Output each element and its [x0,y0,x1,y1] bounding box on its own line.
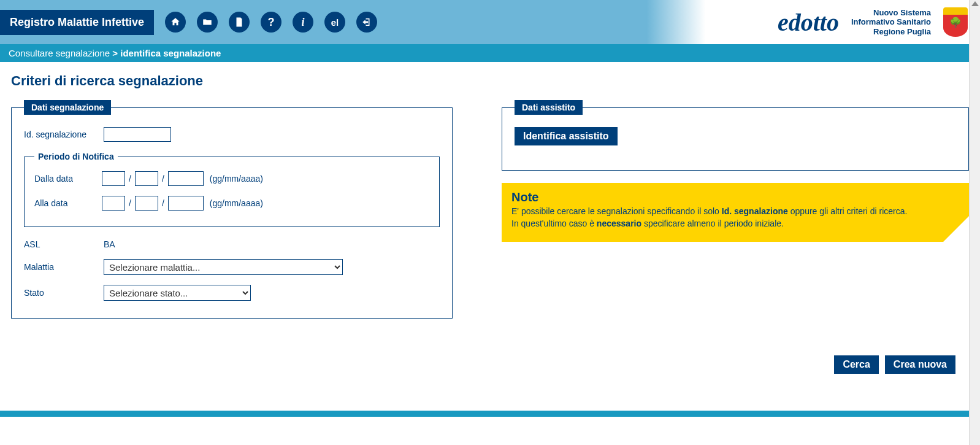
folder-icon[interactable] [197,12,218,33]
breadcrumb-step2: identifica segnalazione [120,48,221,58]
scroll-up-icon[interactable] [971,1,979,6]
fieldset-assistito: Dati assistito Identifica assistito [502,100,969,171]
info-icon[interactable]: i [293,12,313,33]
region-crest-icon [943,7,968,37]
label-dalla-data: Dalla data [34,174,102,184]
sep-slash: / [162,174,164,184]
legend-segnalazione: Dati segnalazione [24,100,111,115]
input-alla-mm[interactable] [135,196,158,211]
el-icon[interactable]: el [324,12,345,33]
label-stato: Stato [24,288,104,298]
note-box: Note E' possibile cercare le segnalazion… [502,183,969,242]
sep-slash: / [129,198,131,208]
note-line1b: Id. segnalazione [722,206,788,216]
logo-zone: edotto Nuovo Sistema Informativo Sanitar… [778,7,980,37]
input-dalla-aaaa[interactable] [168,171,204,186]
breadcrumb-step1: Consultare segnalazione [9,48,110,58]
action-bar: Cerca Crea nuova [0,355,980,392]
note-line2a: In quest'ultimo caso è [511,219,597,228]
note-line2c: specificare almeno il periodo iniziale. [641,219,784,228]
toolbar: ? i el [165,12,377,33]
hint-date-format: (gg/mm/aaaa) [210,198,263,208]
label-malattia: Malattia [24,262,104,272]
label-asl: ASL [24,239,104,249]
identify-assistito-button[interactable]: Identifica assistito [515,127,618,145]
document-icon[interactable] [229,12,250,33]
select-stato[interactable]: Selezionare stato... [104,285,251,301]
edotto-logo: edotto [778,8,839,37]
fieldset-periodo-notifica: Periodo di Notifica Dalla data / / (gg/m… [24,152,440,227]
breadcrumb-sep: > [112,48,118,58]
input-alla-aaaa[interactable] [168,196,204,211]
label-id-segnalazione: Id. segnalazione [24,130,104,139]
select-malattia[interactable]: Selezionare malattia... [104,259,343,275]
value-asl: BA [104,239,115,249]
note-line1c: oppure gli altri criteri di ricerca. [788,206,908,216]
input-alla-gg[interactable] [102,196,125,211]
content: Dati segnalazione Id. segnalazione Perio… [0,100,980,355]
sis-line3: Regione Puglia [851,27,931,37]
note-title: Note [511,190,959,204]
note-body: E' possibile cercare le segnalazioni spe… [511,206,959,230]
home-icon[interactable] [165,12,186,33]
legend-periodo: Periodo di Notifica [34,152,118,161]
note-line1a: E' possibile cercare le segnalazioni spe… [511,206,722,216]
input-dalla-gg[interactable] [102,171,125,186]
app-title: Registro Malattie Infettive [0,10,154,35]
note-line2b: necessario [597,219,641,228]
note-fold-icon [943,216,969,242]
page-title: Criteri di ricerca segnalazione [11,73,969,89]
label-alla-data: Alla data [34,198,102,208]
legend-assistito: Dati assistito [515,100,583,115]
fieldset-segnalazione: Dati segnalazione Id. segnalazione Perio… [11,100,453,319]
create-new-button[interactable]: Crea nuova [885,355,955,374]
top-bar: Registro Malattie Infettive ? i el edott… [0,0,980,44]
input-dalla-mm[interactable] [135,171,158,186]
sis-text: Nuovo Sistema Informativo Sanitario Regi… [851,8,931,37]
sep-slash: / [162,198,164,208]
search-button[interactable]: Cerca [834,355,878,374]
hint-date-format: (gg/mm/aaaa) [210,174,263,184]
scrollbar[interactable] [969,0,980,417]
help-icon[interactable]: ? [261,12,281,33]
footer-bar [0,411,980,417]
sis-line2: Informativo Sanitario [851,17,931,27]
sis-line1: Nuovo Sistema [851,8,931,18]
input-id-segnalazione[interactable] [104,127,171,142]
sep-slash: / [129,174,131,184]
logout-icon[interactable] [356,12,377,33]
breadcrumb: Consultare segnalazione > identifica seg… [0,44,980,62]
